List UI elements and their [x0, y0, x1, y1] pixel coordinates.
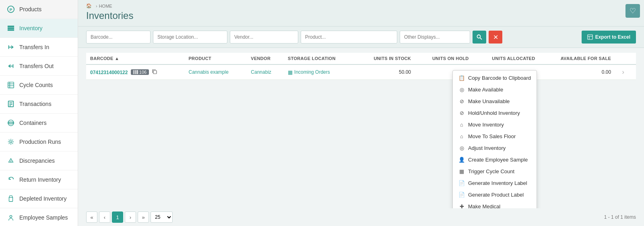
- sidebar-label-cycle-counts: Cycle Counts: [19, 82, 53, 88]
- move-inventory-icon: ⌂: [458, 122, 465, 128]
- barcode-count: 106: [139, 70, 147, 75]
- create-employee-sample-icon: 👤: [458, 157, 465, 163]
- ctx-adjust-inventory[interactable]: ◎ Adjust Inventory: [453, 142, 537, 154]
- svg-rect-37: [137, 70, 138, 74]
- cycle-counts-icon: [6, 81, 15, 89]
- other-displays-input[interactable]: [400, 31, 470, 44]
- containers-icon: [6, 118, 15, 127]
- svg-text:P: P: [10, 7, 12, 12]
- sidebar-item-inventory[interactable]: Inventory: [0, 19, 78, 38]
- adjust-inventory-icon: ◎: [458, 145, 465, 151]
- sidebar-item-production-runs[interactable]: Production Runs: [0, 133, 78, 151]
- pagination-summary: 1 - 1 of 1 items: [604, 214, 636, 220]
- transfers-out-icon: [6, 62, 15, 70]
- make-medical-icon: ✚: [458, 203, 465, 208]
- svg-rect-36: [137, 70, 137, 74]
- storage-location-display[interactable]: ▦ Incoming Orders: [288, 69, 352, 75]
- favorite-button[interactable]: ♡: [625, 4, 640, 18]
- storage-location-text: Incoming Orders: [294, 69, 330, 75]
- transactions-icon: [6, 100, 15, 108]
- ctx-copy-barcode-label: Copy Barcode to Clipboard: [468, 75, 531, 81]
- col-units-on-hold: UNITS ON HOLD: [415, 53, 473, 64]
- ctx-copy-barcode[interactable]: 📋 Copy Barcode to Clipboard: [453, 72, 537, 84]
- svg-rect-38: [153, 70, 157, 74]
- sidebar-label-employee-samples: Employee Samples: [19, 214, 68, 221]
- svg-point-23: [10, 216, 12, 218]
- trigger-cycle-count-icon: ▦: [458, 168, 465, 174]
- ctx-make-unavailable-label: Make Unavailable: [468, 98, 510, 104]
- generate-inventory-label-icon: 📄: [458, 180, 465, 186]
- ctx-trigger-cycle-count[interactable]: ▦ Trigger Cycle Count: [453, 166, 537, 177]
- storage-location-input[interactable]: [153, 31, 227, 44]
- storage-location-cell: ▦ Incoming Orders: [284, 64, 356, 80]
- copy-icon: 📋: [458, 75, 465, 81]
- ctx-make-available-label: Make Available: [468, 87, 503, 93]
- transfers-in-icon: [6, 43, 15, 52]
- svg-rect-2: [8, 26, 14, 27]
- sidebar-item-cycle-counts[interactable]: Cycle Counts: [0, 76, 78, 95]
- export-excel-button[interactable]: Export to Excel: [582, 31, 636, 44]
- product-link[interactable]: Cannabis example: [188, 69, 228, 75]
- ctx-move-sales-floor[interactable]: ⌂ Move To Sales Floor: [453, 131, 537, 142]
- ctx-generate-inventory-label[interactable]: 📄 Generate Inventory Label: [453, 177, 537, 189]
- breadcrumb-home[interactable]: HOME: [99, 4, 112, 8]
- vendor-input[interactable]: [230, 31, 298, 44]
- vendor-link[interactable]: Cannabiz: [251, 69, 271, 75]
- sidebar-item-transactions[interactable]: Transactions: [0, 95, 78, 114]
- ctx-create-employee-sample-label: Create Employee Sample: [468, 157, 528, 163]
- ctx-create-employee-sample[interactable]: 👤 Create Employee Sample: [453, 154, 537, 166]
- search-button[interactable]: [473, 31, 486, 44]
- production-runs-icon: [6, 137, 15, 146]
- sidebar-item-return-inventory[interactable]: Return Inventory: [0, 170, 78, 189]
- barcode-link[interactable]: 07412314000122: [90, 70, 128, 75]
- pag-first-button[interactable]: «: [86, 211, 97, 223]
- sidebar-item-discrepancies[interactable]: Discrepancies: [0, 151, 78, 170]
- sidebar-item-employee-samples[interactable]: Employee Samples: [0, 208, 78, 226]
- row-context-menu-button[interactable]: ›: [619, 68, 627, 76]
- sidebar: P Products Inventory Transfers In Transf…: [0, 0, 78, 226]
- col-units-in-stock: UNITS IN STOCK: [356, 53, 415, 64]
- svg-rect-3: [8, 28, 14, 29]
- generate-product-label-icon: 📄: [458, 192, 465, 198]
- copy-barcode-icon-btn[interactable]: [151, 68, 158, 76]
- product-cell: Cannabis example: [184, 64, 247, 80]
- ctx-hold-unhold[interactable]: ⊘ Hold/Unhold Inventory: [453, 107, 537, 119]
- pagination: « ‹ 1 › » 25 50 100 1 - 1 of 1 items: [78, 208, 644, 226]
- sidebar-label-products: Products: [19, 6, 41, 12]
- sidebar-item-products[interactable]: P Products: [0, 0, 78, 19]
- ctx-make-unavailable[interactable]: ⊘ Make Unavailable: [453, 95, 537, 107]
- pagination-controls: « ‹ 1 › » 25 50 100: [86, 211, 173, 223]
- ctx-trigger-cycle-count-label: Trigger Cycle Count: [468, 168, 514, 174]
- ctx-move-inventory[interactable]: ⌂ Move Inventory: [453, 119, 537, 131]
- ctx-move-inventory-label: Move Inventory: [468, 122, 504, 128]
- svg-point-22: [10, 162, 11, 162]
- sidebar-item-transfers-in[interactable]: Transfers In: [0, 38, 78, 57]
- ctx-make-available[interactable]: ◎ Make Available: [453, 84, 537, 95]
- table-area: BARCODE ▲ PRODUCT VENDOR STORAGE LOCATIO…: [78, 48, 644, 208]
- discrepancies-icon: [6, 156, 15, 165]
- hold-unhold-icon: ⊘: [458, 110, 465, 116]
- pag-next-button[interactable]: ›: [125, 211, 136, 223]
- vendor-cell: Cannabiz: [247, 64, 284, 80]
- ctx-move-sales-floor-label: Move To Sales Floor: [468, 133, 516, 139]
- pag-prev-button[interactable]: ‹: [99, 211, 110, 223]
- sidebar-label-transfers-in: Transfers In: [19, 44, 49, 50]
- ctx-generate-product-label[interactable]: 📄 Generate Product Label: [453, 189, 537, 201]
- sidebar-item-depleted-inventory[interactable]: Depleted Inventory: [0, 189, 78, 208]
- clear-button[interactable]: ✕: [489, 31, 502, 44]
- barcode-input[interactable]: [86, 31, 151, 44]
- sidebar-label-production-runs: Production Runs: [19, 139, 61, 145]
- sidebar-label-inventory: Inventory: [19, 25, 43, 31]
- col-barcode[interactable]: BARCODE ▲: [86, 53, 184, 64]
- per-page-select[interactable]: 25 50 100: [151, 211, 173, 223]
- storage-grid-icon: ▦: [288, 69, 293, 75]
- ctx-make-medical-label: Make Medical: [468, 203, 500, 208]
- pag-last-button[interactable]: »: [138, 211, 149, 223]
- product-input[interactable]: [301, 31, 397, 44]
- pag-page-1-button[interactable]: 1: [112, 211, 123, 223]
- sidebar-item-transfers-out[interactable]: Transfers Out: [0, 57, 78, 76]
- sidebar-item-containers[interactable]: Containers: [0, 114, 78, 133]
- sidebar-label-depleted-inventory: Depleted Inventory: [19, 195, 67, 202]
- ctx-adjust-inventory-label: Adjust Inventory: [468, 145, 506, 151]
- ctx-make-medical[interactable]: ✚ Make Medical: [453, 201, 537, 208]
